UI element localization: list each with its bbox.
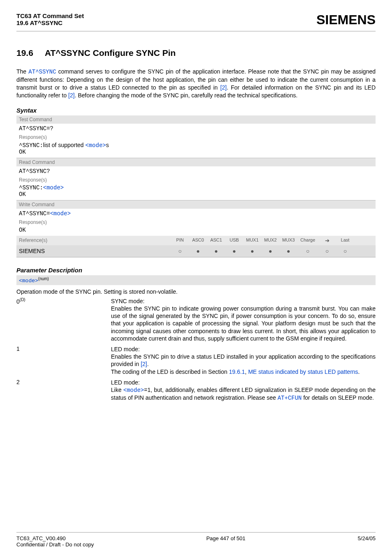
availability-dots: ○ ● ● ● ● ● ● ○ ○ ○ — [171, 248, 354, 254]
param-desc-body: Enables the SYNC pin to indicate growing… — [111, 305, 376, 342]
dot-pin: ○ — [171, 248, 189, 254]
ref-link[interactable]: [2] — [141, 361, 147, 367]
availability-columns: PIN ASC0 ASC1 USB MUX1 MUX2 MUX3 Charge … — [171, 237, 354, 244]
dot-last: ○ — [336, 248, 354, 254]
col-charge: Charge — [297, 237, 318, 244]
param-desc-title: SYNC mode: — [111, 298, 145, 304]
status-led-link[interactable]: ME status indicated by status LED patter… — [248, 368, 358, 375]
intro-paragraph: The AT^SSYNC command serves to configure… — [16, 68, 376, 99]
footer-left: TC63_ATC_V00.490 Confidential / Draft - … — [16, 535, 94, 548]
page-footer: TC63_ATC_V00.490 Confidential / Draft - … — [16, 532, 376, 548]
col-mux3: MUX3 — [279, 237, 297, 244]
dot-asc1: ● — [207, 248, 225, 254]
test-command-label: Test Command — [16, 115, 376, 124]
resp-prefix: ^SSYNC: — [19, 142, 43, 149]
param-value-2: 2 — [16, 379, 111, 402]
dot-mux1: ● — [243, 248, 261, 254]
col-pin: PIN — [171, 237, 189, 244]
col-mux1: MUX1 — [243, 237, 261, 244]
parameter-description-heading: Parameter Description — [16, 267, 376, 274]
resp-text: list of supported — [43, 142, 85, 148]
param-desc-title: LED mode: — [111, 346, 140, 352]
test-command-code: AT^SSYNC=? — [16, 124, 376, 134]
col-asc1: ASC1 — [207, 237, 225, 244]
col-asc0: ASC0 — [189, 237, 207, 244]
header-left: TC63 AT Command Set 19.6 AT^SSYNC — [16, 12, 84, 26]
syntax-heading: Syntax — [16, 107, 376, 114]
mode-param-link[interactable]: <mode> — [43, 184, 64, 191]
param-row-2: 2 LED mode: Like <mode>=1, but, addition… — [16, 379, 376, 402]
param-value-0: 0(D) — [16, 297, 111, 342]
reference-label: Reference(s) — [19, 237, 171, 243]
mode-param-link[interactable]: <mode> — [85, 142, 106, 149]
syntax-block: Test Command AT^SSYNC=? Response(s) ^SSY… — [16, 115, 376, 258]
resp-suffix: s — [106, 142, 109, 148]
ok-text: OK — [19, 227, 26, 233]
response-label: Response(s) — [16, 176, 376, 184]
test-response: ^SSYNC:list of supported <mode>s OK — [16, 141, 376, 158]
footer-right: 5/24/05 — [358, 535, 376, 548]
reference-source: SIEMENS — [19, 248, 171, 254]
param-note: Operation mode of the SYNC pin. Setting … — [16, 288, 376, 295]
airplane-icon: ➔ — [318, 237, 336, 244]
col-last: Last — [336, 237, 354, 244]
doc-subtitle: 19.6 AT^SSYNC — [16, 19, 84, 26]
param-row-1: 1 LED mode: Enables the SYNC pin to driv… — [16, 345, 376, 375]
section-number: 19.6 — [16, 48, 33, 58]
write-command-label: Write Command — [16, 200, 376, 209]
reference-value-row: SIEMENS ○ ● ● ● ● ● ● ○ ○ ○ — [16, 245, 376, 258]
section-link[interactable]: 19.6.1 — [229, 368, 245, 375]
dot-air: ○ — [318, 248, 336, 254]
ok-text: OK — [19, 149, 26, 155]
mode-param-link[interactable]: <mode> — [50, 210, 71, 217]
mode-param-bar: <mode>(num) — [16, 275, 376, 285]
dot-asc0: ● — [189, 248, 207, 254]
param-key-text: 0 — [16, 298, 20, 305]
page-header: TC63 AT Command Set 19.6 AT^SSYNC SIEMEN… — [16, 12, 376, 32]
param-desc-2: LED mode: Like <mode>=1, but, additional… — [111, 379, 376, 402]
param-desc-text: . — [147, 361, 149, 367]
read-command-label: Read Command — [16, 158, 376, 166]
dot-mux3: ● — [279, 248, 297, 254]
response-label: Response(s) — [16, 219, 376, 226]
param-desc-text: Like — [111, 387, 123, 393]
param-desc-text: for details on SLEEP mode. — [302, 394, 374, 401]
write-command-code: AT^SSYNC=<mode> — [16, 209, 376, 219]
ref-link-1[interactable]: [2] — [220, 84, 227, 91]
ref-link-2[interactable]: [2] — [68, 92, 75, 99]
param-value-1: 1 — [16, 345, 111, 375]
atcfun-link[interactable]: AT+CFUN — [277, 395, 302, 401]
param-desc-text: Enables the SYNC pin to drive a status L… — [111, 353, 376, 367]
resp-prefix: ^SSYNC: — [19, 184, 43, 191]
reference-header-row: Reference(s) PIN ASC0 ASC1 USB MUX1 MUX2… — [16, 236, 376, 245]
response-label: Response(s) — [16, 134, 376, 141]
mode-param-name[interactable]: <mode> — [19, 278, 38, 284]
read-response: ^SSYNC:<mode> OK — [16, 184, 376, 200]
col-usb: USB — [225, 237, 243, 244]
intro-text: The — [16, 68, 28, 75]
mode-param-type: (num) — [38, 276, 49, 281]
param-default-sup: (D) — [20, 297, 25, 302]
dot-usb: ● — [225, 248, 243, 254]
footer-center: Page 447 of 501 — [206, 535, 245, 548]
param-desc-title: LED mode: — [111, 379, 140, 386]
mode-param-link[interactable]: <mode> — [123, 387, 144, 394]
cmd-link-atssync[interactable]: AT^SSYNC — [28, 69, 56, 75]
col-mux2: MUX2 — [261, 237, 279, 244]
param-desc-text: , — [245, 368, 248, 375]
read-command-code: AT^SSYNC? — [16, 166, 376, 176]
param-desc-1: LED mode: Enables the SYNC pin to drive … — [111, 345, 376, 375]
param-desc-text: The coding of the LED is described in Se… — [111, 368, 229, 375]
dot-charge: ○ — [297, 248, 318, 254]
confidentiality-notice: Confidential / Draft - Do not copy — [16, 541, 94, 548]
brand-logo: SIEMENS — [316, 12, 376, 28]
param-desc-text: . — [358, 368, 360, 375]
write-cmd-prefix: AT^SSYNC= — [19, 210, 50, 217]
ok-text: OK — [19, 191, 26, 198]
param-desc-0: SYNC mode: Enables the SYNC pin to indic… — [111, 297, 376, 342]
doc-title: TC63 AT Command Set — [16, 12, 84, 19]
doc-version: TC63_ATC_V00.490 — [16, 535, 66, 541]
intro-text: . Before changing the mode of the SYNC p… — [75, 92, 297, 99]
write-response: OK — [16, 226, 376, 236]
dot-mux2: ● — [261, 248, 279, 254]
